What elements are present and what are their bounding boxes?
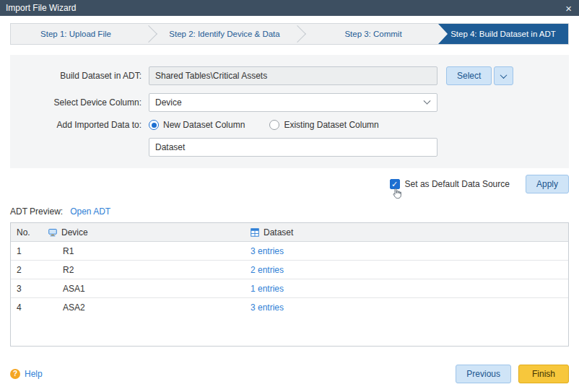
close-icon[interactable]: × [565,3,572,14]
table-row: 3 ASA1 1 entries [11,279,568,298]
add-imported-label: Add Imported Data to: [10,120,149,130]
step-tab-2[interactable]: Step 2: Identify Device & Data [160,24,290,44]
device-icon [48,228,57,237]
window-title: Import File Wizard [6,3,76,13]
table-header-row: No. Device Dataset [11,223,568,242]
apply-button[interactable]: Apply [526,175,569,193]
col-header-dataset: Dataset [245,227,568,238]
hand-cursor-icon [391,188,403,199]
footer-buttons: Previous Finish [448,365,569,383]
dataset-icon [251,228,259,237]
table-row: 4 ASA2 3 entries [11,298,568,317]
dataset-column-name-input[interactable]: Dataset [149,138,437,157]
col-header-no: No. [11,227,43,238]
previous-button[interactable]: Previous [456,365,511,383]
chevron-down-icon [500,71,508,79]
dataset-column-radio-group: New Dataset Column Existing Dataset Colu… [149,120,404,130]
device-column-select[interactable]: Device [149,93,437,112]
radio-existing-label: Existing Dataset Column [284,120,378,130]
wizard-footer: ? Help Previous Finish [10,365,569,383]
col-header-device: Device [43,227,245,238]
help-link[interactable]: ? Help [10,369,43,379]
help-label: Help [25,369,43,379]
radio-new-dataset-column[interactable]: New Dataset Column [149,120,245,130]
device-column-row: Select Device Column: Device [10,93,569,112]
add-imported-row: Add Imported Data to: New Dataset Column… [10,120,569,130]
radio-checked-icon[interactable] [149,120,159,130]
step-tab-3[interactable]: Step 3: Commit [308,24,438,44]
default-source-option[interactable]: ✓ Set as Default Data Source [390,179,510,189]
select-adt-button[interactable]: Select [446,66,492,85]
wizard-stepbar: Step 1: Upload File Step 2: Identify Dev… [10,23,569,45]
open-adt-link[interactable]: Open ADT [70,206,110,217]
adt-preview-table: No. Device Dataset 1 R1 3 entries 2 R2 2… [10,222,569,347]
device-column-label: Select Device Column: [10,97,149,108]
step-separator-icon [141,24,160,44]
table-row: 2 R2 2 entries [11,261,568,279]
entries-link[interactable]: 2 entries [251,265,284,275]
table-row: 1 R1 3 entries [11,242,568,261]
adt-preview-header: ADT Preview: Open ADT [10,206,569,217]
default-source-label: Set as Default Data Source [405,179,510,189]
build-dataset-path-input[interactable]: Shared Tables\Critical Assets [149,66,437,85]
finish-button[interactable]: Finish [518,365,569,383]
dataset-name-row: Dataset [10,138,569,157]
device-column-selected-value: Device [155,94,182,111]
window-titlebar: Import File Wizard × [0,0,579,16]
step-tab-1[interactable]: Step 1: Upload File [11,24,141,44]
entries-link[interactable]: 3 entries [251,246,284,256]
help-icon: ? [10,369,20,379]
entries-link[interactable]: 3 entries [251,302,284,313]
step-separator-icon [290,24,308,44]
step-tab-4-active[interactable]: Step 4: Build Dataset in ADT [438,24,568,44]
adt-preview-label: ADT Preview: [10,206,63,217]
build-dataset-label: Build Dataset in ADT: [10,71,149,81]
radio-new-label: New Dataset Column [163,120,245,130]
apply-row: ✓ Set as Default Data Source Apply [10,175,569,193]
build-dataset-row: Build Dataset in ADT: Shared Tables\Crit… [10,66,569,85]
radio-unchecked-icon[interactable] [269,120,279,130]
build-dataset-panel: Build Dataset in ADT: Shared Tables\Crit… [10,55,569,168]
chevron-down-icon [424,97,431,104]
radio-existing-dataset-column[interactable]: Existing Dataset Column [269,120,378,130]
entries-link[interactable]: 1 entries [251,284,284,294]
select-adt-dropdown-button[interactable] [494,66,513,85]
